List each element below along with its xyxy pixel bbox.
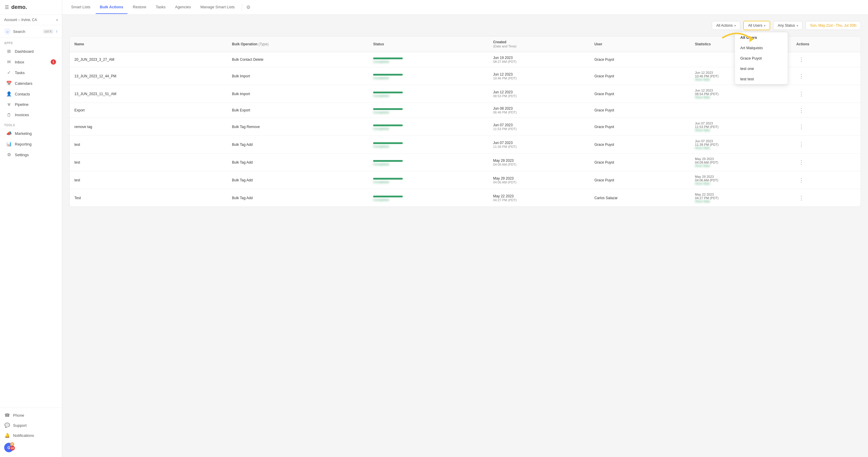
- cell-created: Jun 12 2023 10:46 PM (PDT): [488, 67, 590, 85]
- inbox-badge: 1: [51, 59, 56, 65]
- sidebar-item-calendars[interactable]: 📅 Calendars: [2, 78, 60, 88]
- tab-manage-smart-lists[interactable]: Manage Smart Lists: [196, 1, 239, 14]
- sidebar-item-marketing[interactable]: 📣 Marketing: [2, 128, 60, 139]
- all-actions-label: All Actions: [716, 23, 733, 28]
- cell-actions[interactable]: ⋮: [792, 52, 861, 67]
- search-bar[interactable]: ⌕ Search ctrl K ↑: [0, 25, 62, 38]
- sidebar-item-inbox[interactable]: ✉ Inbox 1: [2, 57, 60, 67]
- sidebar-item-label: Dashboard: [15, 49, 34, 54]
- cell-actions[interactable]: ⋮: [792, 154, 861, 171]
- calendars-icon: 📅: [6, 81, 12, 86]
- sidebar-item-pipeline[interactable]: ⛛ Pipeline: [2, 99, 60, 109]
- sidebar-item-dashboard[interactable]: ⊞ Dashboard: [2, 46, 60, 56]
- sidebar-item-label: Settings: [15, 153, 29, 157]
- row-actions-menu-icon[interactable]: ⋮: [796, 194, 806, 202]
- cell-operation: Bulk Tag Add: [227, 171, 368, 189]
- row-actions-menu-icon[interactable]: ⋮: [796, 158, 806, 166]
- sidebar-logo: ☰ demo.: [0, 0, 62, 15]
- support-icon: 💬: [4, 423, 10, 428]
- any-status-chevron-icon: ▾: [797, 24, 798, 27]
- content-area: All Actions ▾ All Users ▾ Any Status ▾ S…: [62, 15, 868, 457]
- dropdown-option-art-malquisto[interactable]: Art Malquisto: [735, 43, 788, 53]
- sidebar-item-label: Tasks: [15, 70, 25, 75]
- cell-status: Completed: [368, 136, 488, 154]
- cell-user: Grace Puyot: [590, 154, 690, 171]
- tab-agencies[interactable]: Agencies: [171, 1, 195, 14]
- cell-created: Jun 12 2023 08:53 PM (PDT): [488, 85, 590, 103]
- all-users-filter[interactable]: All Users ▾: [743, 21, 770, 30]
- dropdown-option-test-one[interactable]: test one: [735, 63, 788, 74]
- cell-name: Export: [70, 103, 227, 118]
- sidebar-item-tasks[interactable]: ✓ Tasks: [2, 67, 60, 78]
- dropdown-option-grace-puyot[interactable]: Grace Puyot: [735, 53, 788, 63]
- dropdown-option-test-test[interactable]: test test: [735, 74, 788, 84]
- cell-user: Grace Puyot: [590, 103, 690, 118]
- col-header-actions: Actions: [792, 36, 861, 52]
- invoices-icon: 🗒: [6, 112, 12, 117]
- row-actions-menu-icon[interactable]: ⋮: [796, 123, 806, 131]
- cell-actions[interactable]: ⋮: [792, 85, 861, 103]
- row-actions-menu-icon[interactable]: ⋮: [796, 141, 806, 149]
- tab-bulk-actions[interactable]: Bulk Actions: [96, 1, 127, 14]
- account-chevron-icon: ▾: [56, 19, 58, 22]
- cell-statistics: May 29 2023 04:09 AM (PDT) Show Stats: [690, 154, 792, 171]
- cell-actions[interactable]: ⋮: [792, 118, 861, 136]
- any-status-filter[interactable]: Any Status ▾: [773, 21, 803, 30]
- cell-actions[interactable]: ⋮: [792, 189, 861, 207]
- sidebar-item-phone[interactable]: ☎ Phone: [0, 410, 62, 420]
- tab-tasks[interactable]: Tasks: [152, 1, 170, 14]
- dashboard-icon: ⊞: [6, 49, 12, 54]
- cell-name: test: [70, 136, 227, 154]
- date-range-filter[interactable]: Sun, May 21st - Thu, Jul 20th: [805, 21, 861, 30]
- sidebar-item-notifications[interactable]: 🔔 Notifications: [0, 430, 62, 440]
- cell-actions[interactable]: ⋮: [792, 136, 861, 154]
- row-actions-menu-icon[interactable]: ⋮: [796, 106, 806, 114]
- dropdown-option-all-users[interactable]: All Users: [735, 32, 788, 43]
- row-actions-menu-icon[interactable]: ⋮: [796, 90, 806, 98]
- pipeline-icon: ⛛: [6, 102, 12, 107]
- upload-icon[interactable]: ↑: [56, 29, 58, 34]
- table-row: test Bulk Tag Add Completed Jun 07 2023 …: [70, 136, 861, 154]
- hamburger-icon[interactable]: ☰: [5, 4, 9, 10]
- sidebar-item-support[interactable]: 💬 Support: [0, 420, 62, 430]
- col-header-status: Status: [368, 36, 488, 52]
- cell-user: Grace Puyot: [590, 67, 690, 85]
- sidebar-item-label: Calendars: [15, 81, 32, 86]
- cell-user: Grace Puyot: [590, 85, 690, 103]
- cell-created: May 29 2023 04:06 AM (PDT): [488, 171, 590, 189]
- cell-user: Grace Puyot: [590, 118, 690, 136]
- apps-section-label: Apps: [0, 38, 62, 46]
- sidebar-item-invoices[interactable]: 🗒 Invoices: [2, 110, 60, 120]
- search-label: Search: [13, 29, 40, 34]
- row-actions-menu-icon[interactable]: ⋮: [796, 55, 806, 64]
- account-selector[interactable]: Account -- Irvine, CA ▾: [0, 15, 62, 25]
- all-actions-filter[interactable]: All Actions ▾: [712, 21, 740, 30]
- tab-smart-lists[interactable]: Smart Lists: [67, 1, 95, 14]
- sidebar-item-contacts[interactable]: 👤 Contacts: [2, 89, 60, 99]
- cell-status: Completed: [368, 171, 488, 189]
- row-actions-menu-icon[interactable]: ⋮: [796, 176, 806, 184]
- settings-icon: ⚙: [6, 152, 12, 157]
- col-header-created: Created(Date and Time): [488, 36, 590, 52]
- cell-status: Completed: [368, 189, 488, 207]
- sidebar-item-reporting[interactable]: 📊 Reporting: [2, 139, 60, 149]
- col-header-name: Name: [70, 36, 227, 52]
- nav-settings-icon[interactable]: ⚙: [246, 4, 250, 10]
- cell-actions[interactable]: ⋮: [792, 103, 861, 118]
- cell-status: Completed: [368, 118, 488, 136]
- cell-statistics: [690, 103, 792, 118]
- sidebar-item-label: Marketing: [15, 131, 32, 136]
- cell-actions[interactable]: ⋮: [792, 171, 861, 189]
- logo-text: demo.: [11, 4, 27, 10]
- all-actions-chevron-icon: ▾: [734, 24, 736, 27]
- tab-restore[interactable]: Restore: [129, 1, 151, 14]
- cell-actions[interactable]: ⋮: [792, 67, 861, 85]
- tools-section-label: Tools: [0, 120, 62, 128]
- sidebar-item-settings[interactable]: ⚙ Settings: [2, 150, 60, 160]
- col-header-operation: Bulk Operation (Type): [227, 36, 368, 52]
- sidebar-item-label: Reporting: [15, 142, 31, 146]
- cell-operation: Bulk Contact Delete: [227, 52, 368, 67]
- cell-status: Completed: [368, 67, 488, 85]
- avatar-row[interactable]: G 7 10: [0, 440, 62, 455]
- row-actions-menu-icon[interactable]: ⋮: [796, 72, 806, 80]
